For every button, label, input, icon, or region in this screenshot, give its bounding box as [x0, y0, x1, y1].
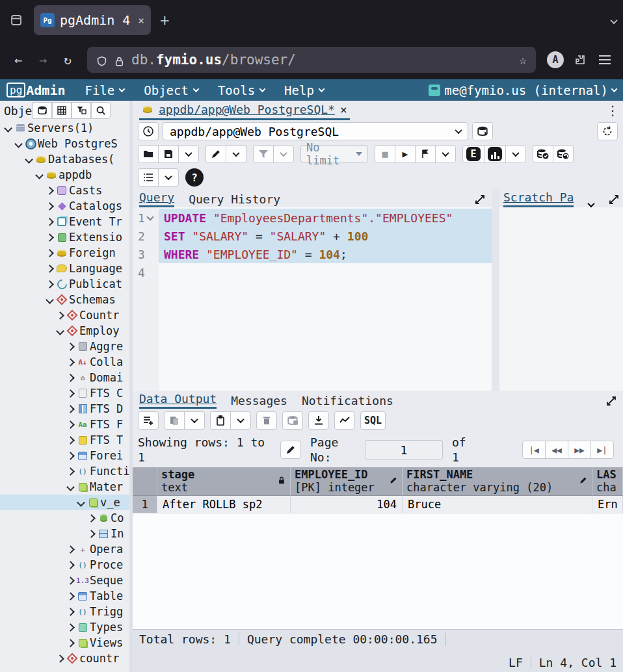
tree-item[interactable]: () Trigg — [0, 604, 129, 619]
cell-employee-id[interactable]: 104 — [291, 496, 403, 513]
tree-item[interactable]: Catalogs — [0, 198, 129, 214]
cell-last-name[interactable]: Ern — [592, 496, 623, 513]
tree-chevron-icon[interactable] — [65, 482, 75, 492]
tree-chevron-icon[interactable] — [86, 513, 96, 523]
column-header-stage[interactable]: stagetext — [157, 467, 291, 496]
forward-button[interactable]: → — [33, 49, 53, 70]
tree-chevron-icon[interactable] — [65, 450, 75, 461]
tree-item[interactable]: Casts — [0, 183, 129, 198]
shield-icon[interactable] — [96, 55, 107, 66]
tree-chevron-icon[interactable] — [34, 170, 44, 180]
column-header-last-name[interactable]: LAScha — [592, 467, 623, 496]
kebab-menu-icon[interactable]: ⋮ — [606, 103, 619, 118]
tree-item[interactable]: Web PostgreS — [0, 136, 129, 151]
code-line[interactable] — [159, 263, 492, 281]
tree-chevron-icon[interactable] — [44, 216, 55, 227]
user-menu[interactable]: me@fymio.us (internal) — [429, 83, 616, 97]
tree-chevron-icon[interactable] — [65, 622, 75, 632]
paste-button[interactable] — [210, 411, 231, 430]
first-page-button[interactable]: |◀ — [522, 441, 546, 459]
tree-chevron-icon[interactable] — [44, 263, 55, 274]
next-page-button[interactable]: ▶▶ — [568, 441, 591, 459]
tree-chevron-icon[interactable] — [44, 294, 55, 305]
tab-query[interactable]: Query — [139, 190, 174, 207]
scratch-pad-body[interactable] — [499, 207, 623, 391]
list-tabs-chevron-icon[interactable] — [611, 14, 616, 27]
tree-chevron-icon[interactable] — [65, 544, 75, 554]
code-line[interactable]: SET "SALARY" = "SALARY" + 100 — [159, 227, 492, 245]
tree-chevron-icon[interactable] — [3, 123, 13, 133]
query-tool-tab[interactable]: appdb/app@Web PostgreSQL* × — [139, 101, 350, 120]
sql-editor[interactable]: 1234 UPDATE "EmployeesDepartments"."EMPL… — [133, 207, 492, 391]
tree-item[interactable]: Employ — [0, 323, 129, 339]
tree-chevron-icon[interactable] — [65, 341, 75, 352]
menu-tools[interactable]: Tools — [218, 83, 265, 97]
execute-chevron[interactable] — [435, 145, 456, 163]
tree-item[interactable]: Event Tr — [0, 214, 129, 229]
tab-close-icon[interactable]: × — [340, 103, 347, 116]
reload-button[interactable]: ↻ — [57, 49, 78, 70]
tree-chevron-icon[interactable] — [23, 154, 34, 164]
tree-item[interactable]: Types — [0, 619, 129, 635]
tree-chevron-icon[interactable] — [65, 388, 75, 398]
tree-item[interactable]: In — [0, 526, 129, 541]
paste-chevron[interactable] — [230, 411, 251, 430]
edit-button[interactable] — [205, 145, 226, 163]
tree-chevron-icon[interactable] — [55, 653, 65, 664]
save-file-chevron[interactable] — [178, 145, 199, 163]
tree-item[interactable]: () Proce — [0, 557, 129, 573]
connection-select[interactable]: appdb/app@Web PostgreSQL — [163, 122, 468, 140]
code-line[interactable]: UPDATE "EmployeesDepartments"."EMPLOYEES… — [159, 209, 492, 227]
tree-item[interactable]: Language — [0, 261, 129, 276]
edit-chevron[interactable] — [226, 145, 246, 163]
account-icon[interactable]: A — [545, 49, 566, 70]
tree-chevron-icon[interactable] — [65, 560, 75, 570]
url-bar[interactable]: db.fymio.us/browser/ ☆ — [87, 47, 536, 73]
tree-item[interactable]: Publicat — [0, 276, 129, 292]
tree-item[interactable]: FTS C — [0, 385, 129, 401]
extensions-puzzle-icon[interactable] — [570, 49, 590, 70]
column-header-first-name[interactable]: FIRST_NAMEcharacter varying (20) — [403, 467, 592, 496]
tree-item[interactable]: Aggre — [0, 339, 129, 354]
tree-item[interactable]: FTS D — [0, 401, 129, 417]
menu-help[interactable]: Help — [284, 83, 324, 97]
stop-button[interactable]: ■ — [375, 145, 395, 163]
explain-chevron[interactable] — [505, 145, 526, 163]
bookmark-star-icon[interactable]: ☆ — [519, 52, 527, 68]
tree-item[interactable]: Servers(1) — [0, 120, 129, 136]
tab-notifications[interactable]: Notifications — [302, 394, 393, 409]
tree-item[interactable]: Schemas — [0, 292, 129, 307]
scratch-chevron-icon[interactable] — [588, 200, 595, 207]
macros-chevron[interactable] — [158, 168, 179, 187]
add-row-button[interactable] — [138, 411, 159, 430]
tree-item[interactable]: Forei — [0, 448, 129, 463]
tab-close-icon[interactable]: × — [138, 14, 144, 27]
tree-chevron-icon[interactable] — [65, 419, 75, 430]
tree-chevron-icon[interactable] — [65, 575, 75, 586]
tree-item[interactable]: Extensio — [0, 229, 129, 245]
menu-icon[interactable] — [594, 49, 615, 70]
edit-data-pencil-button[interactable] — [280, 441, 301, 459]
tree-chevron-icon[interactable] — [65, 638, 75, 648]
execute-options-flag-button[interactable] — [415, 145, 436, 163]
editor-code[interactable]: UPDATE "EmployeesDepartments"."EMPLOYEES… — [159, 207, 492, 391]
tree-chevron-icon[interactable] — [65, 591, 75, 601]
tree-item[interactable]: Aa FTS F — [0, 417, 129, 432]
tab-data-output[interactable]: Data Output — [139, 392, 217, 409]
filter-button[interactable] — [72, 102, 91, 119]
column-header-employee-id[interactable]: EMPLOYEE_ID[PK] integer — [291, 467, 403, 496]
cell-first-name[interactable]: Bruce — [403, 496, 592, 513]
new-connection-button[interactable] — [472, 122, 493, 140]
code-line[interactable]: WHERE "EMPLOYEE_ID" = 104; — [159, 245, 492, 263]
tree-chevron-icon[interactable] — [65, 357, 75, 367]
tree-item[interactable]: 1.3 Seque — [0, 573, 129, 588]
tree-item[interactable]: + Opera — [0, 541, 129, 557]
line-number[interactable]: 3 — [133, 245, 159, 263]
last-page-button[interactable]: ▶| — [590, 441, 614, 459]
open-file-button[interactable] — [138, 145, 159, 163]
graph-visualiser-button[interactable] — [334, 411, 355, 430]
tree-chevron-icon[interactable] — [44, 201, 55, 211]
tree-chevron-icon[interactable] — [65, 466, 75, 476]
macros-list-button[interactable] — [138, 168, 159, 187]
save-data-button[interactable] — [282, 411, 303, 430]
